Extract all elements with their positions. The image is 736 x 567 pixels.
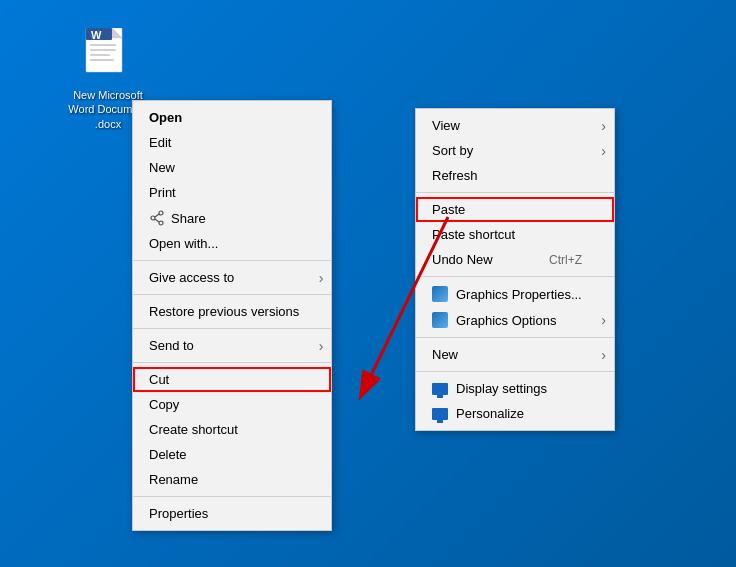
undo-shortcut: Ctrl+Z — [549, 253, 582, 267]
menu-item-edit[interactable]: Edit — [133, 130, 331, 155]
svg-rect-6 — [90, 49, 116, 51]
separator-4 — [133, 362, 331, 363]
menu-item-restore[interactable]: Restore previous versions — [133, 299, 331, 324]
graphics-properties-icon — [432, 286, 448, 302]
menu-item-properties[interactable]: Properties — [133, 501, 331, 526]
display-settings-icon — [432, 383, 448, 395]
menu-item-paste-shortcut[interactable]: Paste shortcut — [416, 222, 614, 247]
menu-item-give-access[interactable]: Give access to — [133, 265, 331, 290]
menu-item-graphics-properties[interactable]: Graphics Properties... — [416, 281, 614, 307]
right-separator-2 — [416, 276, 614, 277]
left-context-menu: Open Edit New Print Share Open with... G — [132, 100, 332, 531]
svg-point-9 — [159, 211, 163, 215]
separator-1 — [133, 260, 331, 261]
menu-item-graphics-options[interactable]: Graphics Options — [416, 307, 614, 333]
right-separator-3 — [416, 337, 614, 338]
graphics-options-icon — [432, 312, 448, 328]
separator-5 — [133, 496, 331, 497]
right-separator-4 — [416, 371, 614, 372]
menu-item-copy[interactable]: Copy — [133, 392, 331, 417]
svg-rect-7 — [90, 54, 110, 56]
personalize-icon — [432, 408, 448, 420]
svg-rect-8 — [90, 59, 114, 61]
menu-item-undo-new[interactable]: Undo New Ctrl+Z — [416, 247, 614, 272]
svg-line-13 — [155, 219, 159, 222]
share-icon — [149, 210, 165, 226]
right-context-menu: View Sort by Refresh Paste Paste shortcu… — [415, 108, 615, 431]
menu-item-paste[interactable]: Paste — [416, 197, 614, 222]
word-doc-icon: W — [84, 28, 132, 84]
menu-item-sort-by[interactable]: Sort by — [416, 138, 614, 163]
menu-item-rename[interactable]: Rename — [133, 467, 331, 492]
menu-item-open-with[interactable]: Open with... — [133, 231, 331, 256]
right-separator-1 — [416, 192, 614, 193]
menu-item-open[interactable]: Open — [133, 105, 331, 130]
menu-item-share[interactable]: Share — [133, 205, 331, 231]
separator-2 — [133, 294, 331, 295]
svg-rect-5 — [90, 44, 116, 46]
menu-item-refresh[interactable]: Refresh — [416, 163, 614, 188]
separator-3 — [133, 328, 331, 329]
desktop: W New Microsoft Word Docume... .docx Ope… — [0, 0, 736, 567]
menu-item-print[interactable]: Print — [133, 180, 331, 205]
menu-item-new[interactable]: New — [133, 155, 331, 180]
svg-line-12 — [155, 214, 159, 217]
menu-item-create-shortcut[interactable]: Create shortcut — [133, 417, 331, 442]
svg-point-11 — [151, 216, 155, 220]
menu-item-cut[interactable]: Cut — [133, 367, 331, 392]
svg-point-10 — [159, 221, 163, 225]
menu-item-send-to[interactable]: Send to — [133, 333, 331, 358]
menu-item-display-settings[interactable]: Display settings — [416, 376, 614, 401]
menu-item-new-right[interactable]: New — [416, 342, 614, 367]
menu-item-personalize[interactable]: Personalize — [416, 401, 614, 426]
menu-item-delete[interactable]: Delete — [133, 442, 331, 467]
menu-item-view[interactable]: View — [416, 113, 614, 138]
svg-text:W: W — [91, 29, 102, 41]
